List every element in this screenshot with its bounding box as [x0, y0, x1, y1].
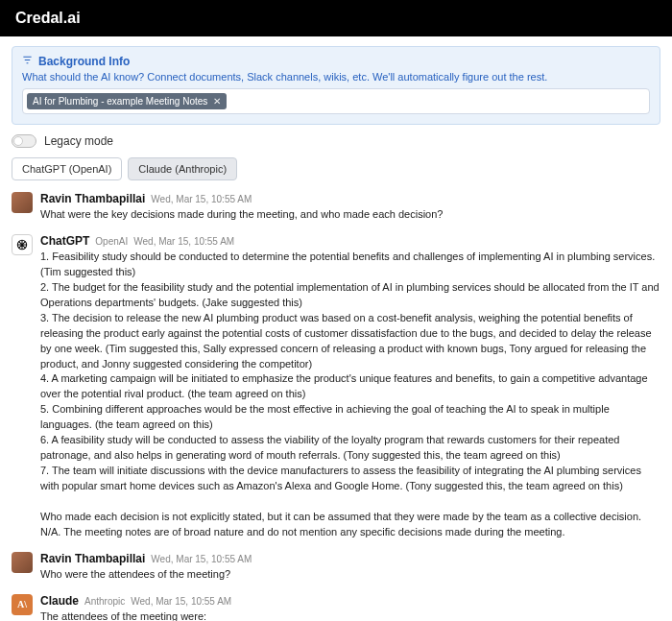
message-author: Ravin Thambapillai: [40, 552, 145, 565]
background-info-header: Background Info: [22, 55, 650, 68]
legacy-mode-row: Legacy mode: [12, 134, 660, 148]
message-timestamp: Wed, Mar 15, 10:55 AM: [151, 194, 252, 204]
avatar-claude: A\: [12, 594, 33, 615]
message-row: ChatGPT OpenAI Wed, Mar 15, 10:55 AM 1. …: [12, 234, 660, 540]
message-author: ChatGPT: [40, 234, 89, 248]
top-bar: Credal.ai: [0, 0, 672, 36]
chip-remove-icon[interactable]: ✕: [213, 96, 221, 107]
message-row: A\ Claude Anthropic Wed, Mar 15, 10:55 A…: [12, 594, 660, 621]
message-author: Ravin Thambapillai: [40, 192, 145, 205]
main-content: Background Info What should the AI know?…: [0, 36, 672, 621]
message-provider: Anthropic: [84, 596, 125, 607]
background-info-description: What should the AI know? Connect documen…: [22, 71, 650, 83]
avatar-chatgpt: [12, 234, 33, 255]
source-chip: AI for Plumbing - example Meeting Notes …: [27, 93, 227, 109]
brand-name: Credal.ai: [15, 10, 81, 26]
message-text: Who were the attendees of the meeting?: [40, 567, 660, 583]
background-info-panel: Background Info What should the AI know?…: [12, 46, 660, 125]
message-author: Claude: [40, 594, 79, 608]
avatar-user: [12, 192, 33, 213]
message-timestamp: Wed, Mar 15, 10:55 AM: [131, 596, 231, 607]
message-timestamp: Wed, Mar 15, 10:55 AM: [133, 236, 234, 247]
legacy-mode-label: Legacy mode: [44, 134, 113, 148]
message-provider: OpenAI: [95, 236, 128, 247]
source-chip-label: AI for Plumbing - example Meeting Notes: [33, 96, 207, 107]
tab-chatgpt[interactable]: ChatGPT (OpenAI): [12, 157, 122, 180]
message-text: 1. Feasibility study should be conducted…: [40, 250, 660, 540]
message-text: The attendees of the meeting were: - Jak…: [40, 609, 660, 621]
legacy-mode-toggle[interactable]: [12, 134, 36, 148]
avatar-user: [12, 552, 33, 573]
tab-claude[interactable]: Claude (Anthropic): [128, 157, 237, 180]
background-info-title: Background Info: [38, 55, 130, 68]
model-tabs: ChatGPT (OpenAI) Claude (Anthropic): [12, 157, 660, 180]
message-timestamp: Wed, Mar 15, 10:55 AM: [151, 554, 252, 564]
background-sources-input[interactable]: AI for Plumbing - example Meeting Notes …: [22, 88, 650, 114]
filter-icon: [22, 55, 33, 68]
message-text: What were the key decisions made during …: [40, 207, 660, 223]
message-row: Ravin Thambapillai Wed, Mar 15, 10:55 AM…: [12, 552, 660, 583]
message-row: Ravin Thambapillai Wed, Mar 15, 10:55 AM…: [12, 192, 660, 223]
